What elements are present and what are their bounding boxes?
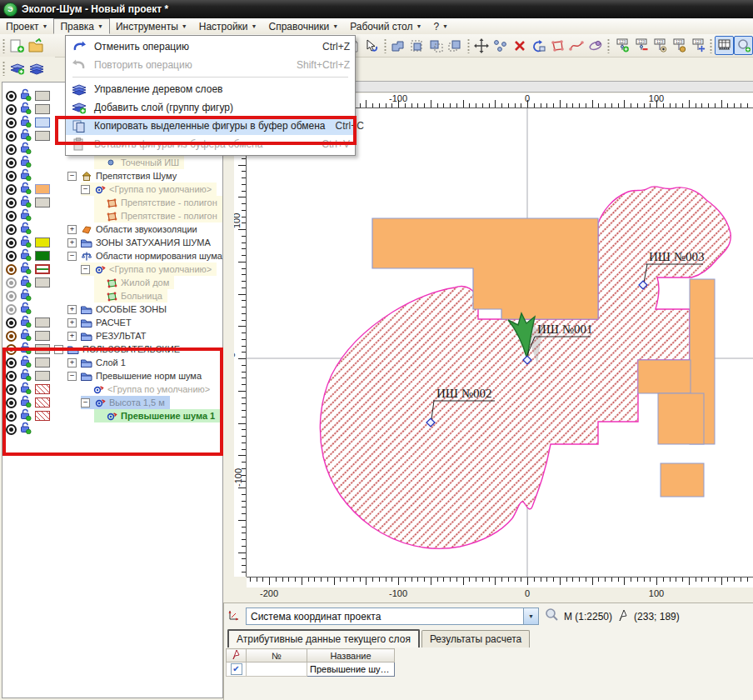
expand-plus-icon[interactable]: +: [67, 318, 77, 328]
shape-paste-button[interactable]: [426, 36, 446, 55]
open-project-button[interactable]: [27, 36, 46, 55]
layer-color-swatch[interactable]: [35, 331, 50, 341]
visibility-eye-icon[interactable]: [6, 171, 17, 182]
layer-color-swatch[interactable]: [35, 278, 50, 288]
layer-color-swatch[interactable]: [35, 411, 50, 421]
shape-select-button[interactable]: [408, 36, 427, 55]
collapse-minus-icon[interactable]: −: [81, 185, 90, 194]
menu-item-6[interactable]: Копировать выделенные фигуры в буфер обм…: [66, 117, 355, 135]
layer-tree-panel[interactable]: Точечный ИШ−Препятствия Шуму−<Группа по …: [2, 82, 223, 698]
expand-plus-icon[interactable]: +: [67, 305, 77, 314]
tree-item-13[interactable]: +РАСЧЕТ: [67, 316, 137, 329]
tree-item-20[interactable]: Превышение шума 1: [94, 409, 220, 422]
select-cursor-button[interactable]: [362, 36, 381, 55]
layer-color-swatch[interactable]: [35, 264, 50, 274]
menubar-item-7[interactable]: ?▼: [427, 18, 454, 34]
nodes-button[interactable]: [491, 36, 511, 55]
layer-color-swatch[interactable]: [35, 238, 50, 248]
move-button[interactable]: [472, 36, 491, 55]
tree-item-2[interactable]: −Препятствия Шуму: [67, 169, 182, 182]
post-remove-button[interactable]: 123: [631, 36, 651, 55]
layer-color-swatch[interactable]: [35, 371, 50, 381]
layer-color-swatch[interactable]: [35, 131, 50, 141]
visibility-eye-icon[interactable]: [6, 184, 17, 195]
menu-item-5[interactable]: Добавить слой (группу фигур): [66, 98, 355, 117]
layer-color-swatch[interactable]: [35, 398, 50, 408]
layer-color-swatch[interactable]: [35, 384, 50, 394]
visibility-eye-icon[interactable]: [6, 304, 17, 315]
expand-plus-icon[interactable]: +: [67, 358, 77, 368]
menubar-item-3[interactable]: Инструменты▼: [110, 18, 193, 34]
layer-color-swatch[interactable]: [35, 358, 50, 368]
column-header-num[interactable]: №: [247, 649, 307, 662]
visibility-eye-icon[interactable]: [6, 371, 17, 382]
delete-button[interactable]: [510, 36, 529, 55]
post-move-button[interactable]: 123: [689, 36, 708, 55]
obstacle-rect-block[interactable]: [658, 393, 704, 444]
tree-item-5[interactable]: Препятствие - полигон: [94, 209, 222, 222]
row-name-cell[interactable]: Превышение шу…: [307, 662, 395, 677]
tree-item-11[interactable]: Больница: [94, 289, 167, 302]
collapse-minus-icon[interactable]: −: [67, 372, 77, 381]
post-coin-button[interactable]: 123: [670, 36, 689, 55]
collapse-minus-icon[interactable]: −: [81, 398, 90, 408]
collapse-minus-icon[interactable]: −: [54, 345, 63, 354]
tree-item-1[interactable]: Точечный ИШ: [94, 156, 184, 169]
shape-dup-button[interactable]: [446, 36, 465, 55]
measure-table-button[interactable]: [715, 36, 734, 55]
coordinate-system-select[interactable]: Система координат проекта ▼: [246, 608, 539, 625]
menubar-item-6[interactable]: Рабочий стол▼: [344, 18, 427, 34]
expand-plus-icon[interactable]: +: [67, 225, 77, 234]
tree-item-17[interactable]: −Превышение норм шума: [67, 369, 207, 382]
tab-2[interactable]: Результаты расчета: [421, 630, 530, 648]
menu-item-1[interactable]: Отменить операциюCtrl+Z: [66, 38, 355, 56]
visibility-eye-icon[interactable]: [6, 358, 17, 368]
post-eye-button[interactable]: 123: [651, 36, 670, 55]
row-num-cell[interactable]: [247, 662, 307, 677]
visibility-eye-icon[interactable]: [6, 224, 17, 235]
visibility-eye-icon[interactable]: [6, 344, 17, 355]
menu-item-4[interactable]: Управление деревом слоев: [66, 80, 355, 98]
row-selector-header[interactable]: [227, 649, 247, 662]
magnifier-icon[interactable]: [544, 608, 559, 625]
menubar-item-2[interactable]: Правка▼: [53, 18, 109, 34]
visibility-eye-icon[interactable]: [6, 104, 17, 115]
menubar-item-1[interactable]: Проект▼: [0, 18, 53, 34]
zoom-plus-button[interactable]: [734, 36, 753, 55]
visibility-eye-icon[interactable]: [6, 424, 17, 435]
visibility-eye-icon[interactable]: [6, 251, 17, 262]
checkbox-checked-icon[interactable]: ✔: [231, 663, 242, 675]
tree-item-19[interactable]: −Высота 1,5 м: [81, 396, 170, 409]
rotate-button[interactable]: [529, 36, 548, 55]
layer-color-swatch[interactable]: [35, 184, 50, 194]
visibility-eye-icon[interactable]: [6, 211, 17, 222]
collapse-minus-icon[interactable]: −: [67, 252, 77, 261]
tree-item-6[interactable]: +Области звукоизоляции: [67, 222, 202, 236]
visibility-eye-icon[interactable]: [6, 398, 17, 408]
expand-plus-icon[interactable]: +: [67, 238, 77, 248]
visibility-eye-icon[interactable]: [6, 291, 17, 302]
visibility-eye-icon[interactable]: [6, 238, 17, 248]
tree-item-4[interactable]: Препятствие - полигон: [94, 196, 222, 209]
new-figure-button[interactable]: [7, 36, 27, 55]
layer-color-swatch[interactable]: [35, 251, 50, 261]
shape-copy-button[interactable]: [389, 36, 408, 55]
tree-item-3[interactable]: −<Группа по умолчанию>: [81, 182, 217, 196]
tree-item-12[interactable]: +ОСОБЫЕ ЗОНЫ: [67, 302, 172, 316]
visibility-eye-icon[interactable]: [6, 278, 17, 288]
layers-button[interactable]: [27, 59, 46, 78]
post-add-button[interactable]: 123: [612, 36, 631, 55]
tab-1[interactable]: Атрибутивные данные текущего слоя: [227, 629, 420, 648]
tree-item-16[interactable]: +Слой 1: [67, 356, 131, 369]
visibility-eye-icon[interactable]: [6, 118, 17, 128]
row-checkbox-cell[interactable]: ✔: [227, 662, 247, 677]
tree-item-9[interactable]: −<Группа по умолчанию>: [81, 262, 217, 276]
layer-color-swatch[interactable]: [35, 198, 50, 208]
menubar-item-4[interactable]: Настройки▼: [193, 18, 263, 34]
tree-item-10[interactable]: Жилой дом: [94, 276, 174, 289]
layer-color-swatch[interactable]: [35, 118, 50, 128]
layer-color-swatch[interactable]: [35, 318, 50, 328]
visibility-eye-icon[interactable]: [6, 384, 17, 395]
tree-item-15[interactable]: −ПОЛЬЗОВАТЕЛЬСКИЕ: [54, 342, 185, 356]
visibility-eye-icon[interactable]: [6, 91, 17, 102]
